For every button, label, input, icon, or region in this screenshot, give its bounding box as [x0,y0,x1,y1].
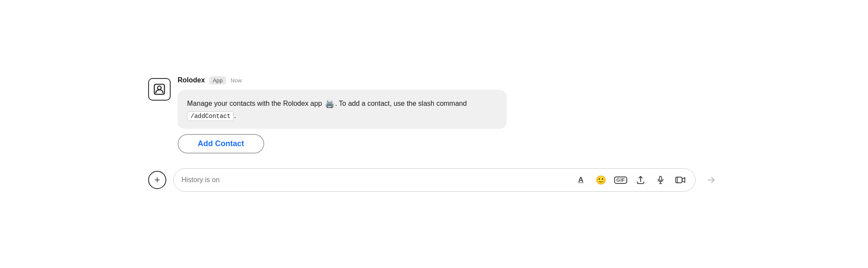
mic-icon [656,175,665,185]
gif-button[interactable]: GIF [614,173,628,187]
svg-rect-5 [676,177,682,183]
plus-icon: + [155,175,160,185]
input-wrapper: A 🙂 GIF [173,168,696,192]
body-text-1: Manage your contacts with the Rolodex ap… [187,99,324,107]
svg-point-1 [158,86,161,89]
add-contact-button[interactable]: Add Contact [178,134,264,154]
gif-icon: GIF [614,176,627,184]
message-bubble: Manage your contacts with the Rolodex ap… [178,90,507,129]
svg-rect-2 [660,176,662,181]
plus-button[interactable]: + [148,171,166,189]
slash-command-code: /addContact [187,111,234,121]
rolodex-emoji: 🖨️ [325,99,334,108]
chat-container: Rolodex App Now Manage your contacts wit… [131,68,737,200]
upload-button[interactable] [634,173,648,187]
message-input[interactable] [181,176,569,184]
app-badge: App [209,76,226,85]
message-content: Rolodex App Now Manage your contacts wit… [178,76,720,154]
format-text-icon: A [578,176,583,184]
video-icon [675,176,686,184]
send-button[interactable] [703,171,720,189]
send-icon [706,175,716,185]
message-row: Rolodex App Now Manage your contacts wit… [148,76,720,154]
sender-name: Rolodex [178,76,205,84]
body-text-2: . To add a contact, use the slash comman… [335,99,467,107]
video-button[interactable] [674,173,687,187]
message-header: Rolodex App Now [178,76,720,85]
body-text-3: . [234,112,236,119]
input-icons: A 🙂 GIF [574,173,687,187]
timestamp: Now [230,77,242,84]
mic-button[interactable] [654,173,667,187]
contact-icon [153,83,165,95]
upload-icon [636,175,645,185]
emoji-button[interactable]: 🙂 [594,173,608,187]
avatar [148,78,171,101]
format-text-button[interactable]: A [574,173,588,187]
emoji-icon: 🙂 [596,175,606,185]
input-row: + A 🙂 GIF [148,168,720,192]
